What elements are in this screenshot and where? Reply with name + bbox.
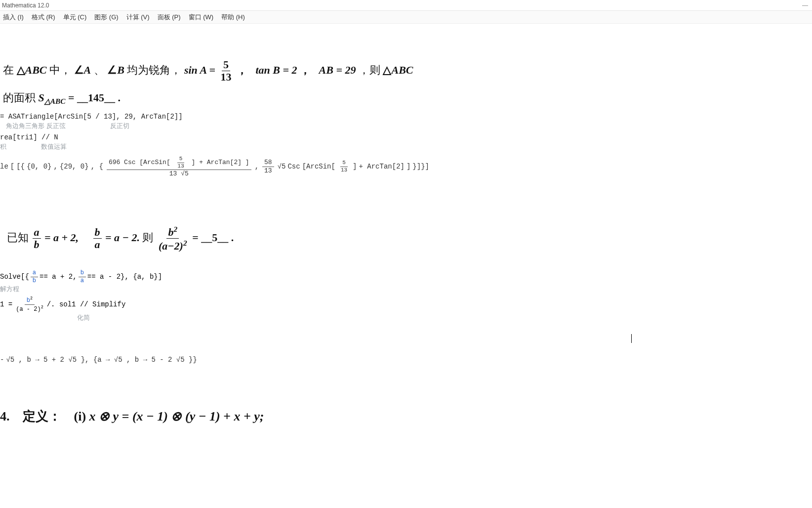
p1-eq: =: [68, 91, 77, 104]
out-open: [{: [16, 163, 25, 170]
menu-compute[interactable]: 计算 (V): [126, 13, 150, 22]
p1-c1: ，: [237, 64, 247, 76]
p1-sinA: sin A =: [184, 64, 218, 76]
c4-dens: 2: [41, 305, 43, 310]
p2-f3s: 2: [173, 225, 177, 233]
output-triangle: le [[{ {0, 0} , {29, 0} , { 696 Csc [Arc…: [0, 156, 812, 177]
c3-db: b: [31, 277, 38, 284]
triangle-icon: [17, 64, 25, 76]
out-numA: 696 Csc: [109, 159, 136, 166]
input-cell-3[interactable]: Solve [{ a b == a + 2, b a == a - 2 } , …: [0, 270, 812, 294]
cell1-hint-arctan: 反正切: [110, 122, 129, 130]
p1-frac-den: 13: [219, 71, 233, 83]
p1-period: .: [118, 91, 121, 104]
triangle-icon-2: [383, 64, 391, 76]
p3-expr: x ⊗ y = (x − 1) ⊗ (y − 1) + x + y;: [89, 409, 264, 423]
p2-then: 则: [142, 231, 156, 244]
out-csc: Csc: [287, 163, 300, 170]
menu-window[interactable]: 窗口 (W): [189, 13, 214, 22]
p1-tri-abc: ABC: [25, 64, 47, 76]
p2-eq2: = a − 2.: [105, 231, 140, 244]
out-comma: ,: [255, 163, 259, 170]
p1-mid2: 均为锐角，: [127, 64, 181, 76]
cell1-hint-arcsin: 反正弦: [46, 122, 66, 130]
p3-i: (i): [74, 409, 86, 423]
out-numB: + ArcTan[2]: [199, 159, 242, 166]
p1-tri-abc2: ABC: [391, 64, 413, 76]
menu-graphics[interactable]: 图形 (G): [94, 13, 118, 22]
p2-answer: 5: [201, 231, 228, 244]
window-title: Mathematica 12.0: [2, 2, 49, 9]
menu-cell[interactable]: 单元 (C): [63, 13, 87, 22]
out-i2d: 13: [339, 167, 349, 173]
p1-tanB: tan B = 2: [256, 64, 297, 76]
cell2-hint-n: 数值运算: [41, 142, 67, 151]
p1-frac-num: 5: [222, 59, 230, 71]
problem-3-text: 4. 定义： (i) x ⊗ y = (x − 1) ⊗ (y − 1) + x…: [0, 404, 812, 428]
p1-prefix: 在: [3, 64, 17, 76]
c3-hint: 解方程: [0, 285, 812, 294]
c4-ns: 2: [30, 296, 33, 301]
p2-f2n: b: [93, 227, 102, 239]
c3-eq2: == a - 2: [87, 273, 121, 281]
menu-format[interactable]: 格式 (R): [32, 13, 55, 22]
p1-ssub: △ABC: [44, 97, 66, 105]
cell2-code[interactable]: rea[tri1] // N: [0, 133, 812, 141]
p2-f1d: b: [33, 239, 41, 250]
p2-lead: 已知: [7, 231, 32, 244]
p2-f3n: b: [168, 226, 173, 238]
out-tail: + ArcTan[2]: [359, 163, 405, 170]
c3-nb: b: [79, 270, 86, 277]
p2-period: .: [231, 231, 234, 244]
p2-f1n: a: [33, 227, 41, 239]
p1-answer: 145: [77, 91, 115, 104]
p1-angB: B: [117, 64, 124, 76]
title-bar: Mathematica 12.0 —: [0, 0, 812, 11]
minimize-button[interactable]: —: [802, 2, 808, 9]
c4-nb: b: [27, 297, 30, 304]
c4-lhs: 1 =: [0, 300, 12, 308]
p3-lead: 定义：: [23, 409, 61, 423]
p3-num: 4.: [0, 409, 10, 423]
notebook-area[interactable]: 在 ABC 中， A 、 B 均为锐角， sin A = 5 13 ， tan …: [0, 24, 812, 508]
angle-icon: [74, 64, 84, 76]
cell1-hint-asa: 角边角三角形: [6, 122, 44, 130]
p1-dot: 、: [94, 64, 105, 76]
p1-angA: A: [84, 64, 91, 76]
menu-insert[interactable]: 插入 (I): [3, 13, 24, 22]
p2-f2d: a: [93, 239, 102, 250]
out-close: }]}]: [412, 163, 429, 170]
menu-help[interactable]: 帮助 (H): [221, 13, 245, 22]
p2-eq3: =: [192, 231, 201, 244]
cell1-code[interactable]: = ASATriangle[ArcSin[5 / 13], 29, ArcTan…: [0, 113, 812, 121]
cell2-hint-area: 积: [0, 142, 6, 151]
out-p1: {0, 0}: [27, 163, 51, 170]
out-f2n: 58: [262, 159, 274, 167]
out-i2n: 5: [340, 160, 348, 167]
p1-c3: ，则: [359, 64, 383, 76]
menu-panel[interactable]: 面板 (P): [158, 13, 181, 22]
p1-line2a: 的面积: [3, 91, 39, 104]
out-in-num: 5: [177, 156, 185, 163]
out-lead: le: [0, 163, 8, 170]
out-bigden: 13 √5: [167, 170, 191, 177]
problem-1-text: 在 ABC 中， A 、 B 均为锐角， sin A = 5 13 ， tan …: [3, 59, 812, 109]
c4-tail: /. sol1 // Simplify: [47, 300, 126, 308]
menu-bar: 插入 (I) 格式 (R) 单元 (C) 图形 (G) 计算 (V) 面板 (P…: [0, 11, 812, 24]
c3-eq1: == a + 2,: [40, 273, 77, 281]
out-p2: {29, 0}: [60, 163, 89, 170]
out-f2d: 13: [262, 167, 274, 174]
p1-ab: AB = 29: [319, 64, 356, 76]
p1-c2: ，: [300, 64, 311, 76]
window-buttons: —: [802, 0, 808, 10]
input-cell-1[interactable]: = ASATriangle[ArcSin[5 / 13], 29, ArcTan…: [0, 113, 812, 130]
c4-hint: 化简: [77, 313, 812, 322]
out2-text: √5 , b → 5 + 2 √5 }, {a → √5 , b → 5 - 2…: [6, 356, 197, 364]
input-cell-4[interactable]: 1 = b2 (a - 2)2 /. sol1 // Simplify 化简: [0, 296, 812, 322]
angle-icon-2: [107, 64, 117, 76]
c3-da: a: [79, 277, 86, 284]
c4-den: (a - 2): [16, 306, 41, 313]
input-cell-2[interactable]: rea[tri1] // N 积 数值运算: [0, 133, 812, 151]
c3-lead: Solve: [0, 273, 21, 281]
caret-icon: [631, 334, 632, 343]
